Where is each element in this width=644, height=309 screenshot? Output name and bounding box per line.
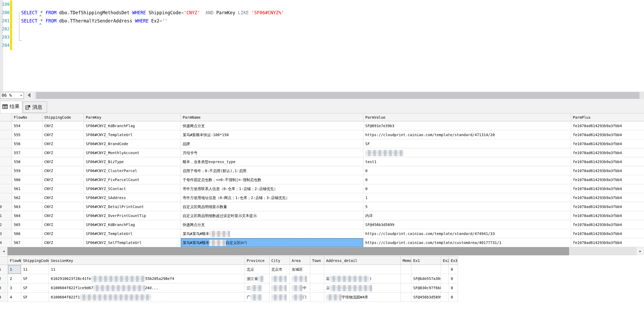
grid-cell[interactable]: fe1078ad614293b9a3fbb4: [571, 193, 644, 202]
grid-cell[interactable]: https://cloudprint.cainiao.com/template/…: [363, 130, 571, 139]
grid-cell[interactable]: 0: [363, 184, 571, 193]
grid-cell[interactable]: [310, 293, 324, 302]
grid-cell[interactable]: 564: [12, 211, 42, 220]
grid-cell[interactable]: SF06#CNYZ_FixParcelCount: [84, 175, 181, 184]
column-header-flowno[interactable]: FlowNo: [12, 113, 42, 121]
grid-cell[interactable]: SF06#CNYZ_TemplateUrl: [84, 229, 181, 238]
grid-cell[interactable]: https://cloudprint.cainiao.com/template/…: [363, 229, 571, 238]
grid-cell[interactable]: CNYZ: [42, 184, 84, 193]
row-header[interactable]: 14: [0, 238, 12, 247]
grid-cell[interactable]: 京: [324, 283, 401, 293]
grid-cell[interactable]: [324, 265, 401, 274]
column-header-sessionkey[interactable]: SessionKey: [49, 256, 245, 265]
grid-cell[interactable]: 月结卡号: [181, 148, 363, 157]
grid-cell[interactable]: 0: [449, 265, 458, 274]
grid-cell[interactable]: SF06#CNYZ_SAddress: [84, 193, 181, 202]
grid-corner-cell[interactable]: [0, 113, 12, 121]
row-header[interactable]: 2: [0, 130, 12, 139]
grid-cell[interactable]: 品牌: [181, 139, 363, 148]
grid-cell[interactable]: fe1078ad614293b9a3fbb4: [571, 121, 644, 130]
grid-cell[interactable]: SF: [21, 293, 49, 302]
grid-cell[interactable]: 0: [449, 293, 458, 302]
row-header[interactable]: 13: [0, 229, 12, 238]
grid-cell[interactable]: CNYZ: [42, 121, 84, 130]
grid-cell[interactable]: 565: [12, 220, 42, 229]
grid-cell[interactable]: SF@456b3d5899: [411, 293, 441, 302]
grid-cell[interactable]: [290, 274, 310, 283]
grid-cell[interactable]: 1: [363, 193, 571, 202]
grid-cell[interactable]: fe1078ad614293b9a3fbb4: [571, 211, 644, 220]
grid-cell[interactable]: SF06#CNYZ_SelfTemplateUrl: [84, 238, 181, 247]
grid-cell[interactable]: [363, 148, 571, 157]
grid-cell[interactable]: 内详: [363, 211, 571, 220]
grid-cell[interactable]: SF@830c97f6b8: [411, 283, 441, 293]
row-header[interactable]: 3: [0, 283, 8, 293]
grid-cell[interactable]: test1: [363, 157, 571, 166]
row-header[interactable]: 3: [0, 139, 12, 148]
grid-cell[interactable]: CNYZ: [42, 166, 84, 175]
grid-cell[interactable]: 0: [449, 283, 458, 293]
grid-cell[interactable]: 子母件固定总包数；<=0:不强制|n-强制总包数: [181, 175, 363, 184]
grid-cell[interactable]: 0: [363, 175, 571, 184]
grid-cell[interactable]: 566: [12, 229, 42, 238]
grid-cell[interactable]: 菜鸟#菜鸟#顺丰: [181, 229, 363, 238]
grid-cell[interactable]: 0: [363, 166, 571, 175]
grid-cell[interactable]: 557: [12, 148, 42, 157]
grid-cell[interactable]: SF06#CNYZ_TemplateUrl: [84, 130, 181, 139]
grid-cell[interactable]: CNYZ: [42, 175, 84, 184]
row-header[interactable]: 4: [0, 293, 8, 302]
row-header[interactable]: 1: [0, 265, 8, 274]
column-header-shippingcode[interactable]: ShippingCode: [42, 113, 84, 121]
column-header-parmkey[interactable]: ParmKey: [84, 113, 181, 121]
grid-cell[interactable]: fe1078ad614293b9a3fbb4: [571, 229, 644, 238]
row-header[interactable]: 4: [0, 148, 12, 157]
grid-cell[interactable]: SF06#CNYZ_KdBranchFlag: [84, 220, 181, 229]
tab-messages[interactable]: 消息: [23, 102, 47, 113]
grid-cell[interactable]: 563: [12, 202, 42, 211]
column-header-city[interactable]: City: [269, 256, 290, 265]
grid-cell[interactable]: [441, 283, 449, 293]
row-header[interactable]: 9: [0, 193, 12, 202]
grid-cell[interactable]: [269, 293, 290, 302]
row-header[interactable]: 2: [0, 274, 8, 283]
grid-cell[interactable]: [401, 283, 411, 293]
grid-cell[interactable]: 中: [290, 283, 310, 293]
row-header[interactable]: 12: [0, 220, 12, 229]
grid1-hscrollbar-thumb[interactable]: [7, 247, 569, 255]
grid-cell[interactable]: [411, 265, 441, 274]
column-header-area[interactable]: Area: [290, 256, 310, 265]
grid-cell[interactable]: SF06#CNYZ_KdBranchFlag: [84, 121, 181, 130]
column-header-ex2[interactable]: Ex2: [441, 256, 449, 265]
grid-cell[interactable]: [401, 293, 411, 302]
grid-cell[interactable]: SF06#CNYZ_BrandCode: [84, 139, 181, 148]
grid-cell[interactable]: 门: [290, 293, 310, 302]
grid-cell[interactable]: 567: [12, 238, 42, 247]
grid-cell[interactable]: SF@bde557a304: [411, 274, 441, 283]
grid-cell[interactable]: 浙江省: [245, 274, 269, 283]
grid-cell[interactable]: CNYZ: [42, 139, 84, 148]
grid-cell[interactable]: 广: [245, 293, 269, 302]
grid-cell[interactable]: 556: [12, 139, 42, 148]
column-header-town[interactable]: Town: [310, 256, 324, 265]
grid-cell[interactable]: 东城区: [290, 265, 310, 274]
grid-cell[interactable]: SF06#CNYZ_SContact: [84, 184, 181, 193]
grid-corner-cell[interactable]: [0, 256, 8, 265]
grid-cell[interactable]: 江: [245, 283, 269, 293]
grid-cell[interactable]: SF06#CNYZ_BizType: [84, 157, 181, 166]
grid-cell[interactable]: 顺丰，业务类型express_type: [181, 157, 363, 166]
grid-cell[interactable]: fe1078ad614293b9a3fbb4: [571, 238, 644, 247]
grid-cell[interactable]: 562: [12, 193, 42, 202]
grid-cell[interactable]: fe1078ad614293b9a3fbb4: [571, 175, 644, 184]
grid-cell[interactable]: 6100604f822f1: [49, 293, 245, 302]
grid-cell[interactable]: [310, 274, 324, 283]
grid-cell[interactable]: 559: [12, 166, 42, 175]
grid-cell[interactable]: [269, 274, 290, 283]
grid-cell[interactable]: 自定义区商品明细数超过设定时显示文本提示: [181, 211, 363, 220]
grid-cell[interactable]: CNYZ: [42, 238, 84, 247]
grid-cell[interactable]: 富): [324, 274, 401, 283]
grid-cell[interactable]: fe1078ad614293b9a3fbb4: [571, 130, 644, 139]
grid-cell[interactable]: 4: [8, 293, 21, 302]
grid-cell[interactable]: 554: [12, 121, 42, 130]
grid-cell[interactable]: CNYZ: [42, 193, 84, 202]
grid-cell[interactable]: 启用子母件；0:不启用(默认),1:启用: [181, 166, 363, 175]
